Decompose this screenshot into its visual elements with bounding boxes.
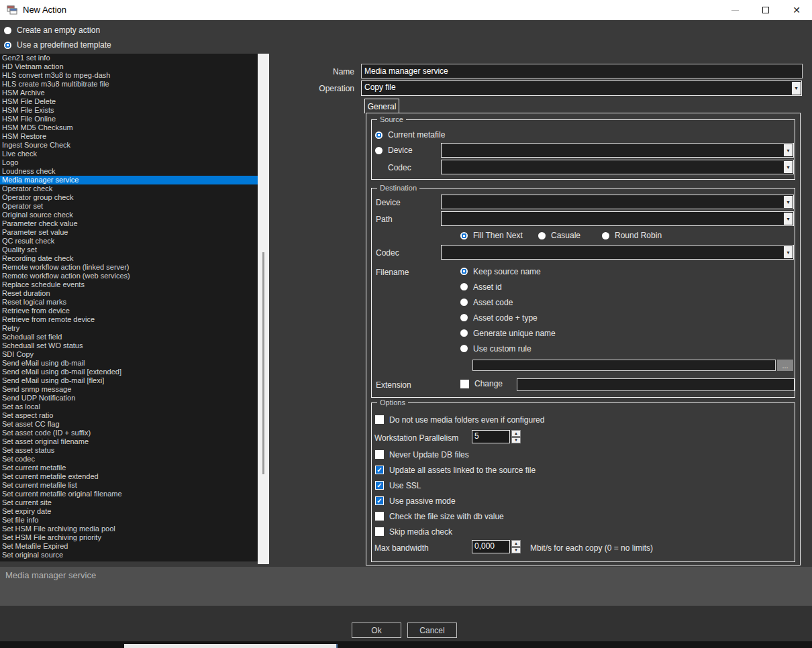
scrollbar-thumb[interactable] bbox=[262, 252, 264, 474]
list-item[interactable]: Quality set bbox=[0, 246, 258, 254]
minimize-button[interactable] bbox=[719, 0, 750, 20]
filename-option[interactable]: Asset id bbox=[460, 279, 556, 294]
list-item[interactable]: Set asset status bbox=[0, 446, 258, 455]
list-item[interactable]: Ingest Source Check bbox=[0, 141, 258, 150]
list-item[interactable]: Scheduall set field bbox=[0, 333, 258, 341]
dest-path-combobox[interactable] bbox=[441, 211, 794, 226]
radio-icon[interactable] bbox=[460, 268, 468, 275]
option-checkbox[interactable]: Do not use media folders even if configu… bbox=[375, 412, 544, 427]
list-item[interactable]: Set current metafile bbox=[0, 464, 258, 472]
radio-icon[interactable] bbox=[460, 283, 468, 290]
list-item[interactable]: Remote workflow action (web services) bbox=[0, 272, 258, 280]
list-item[interactable]: Send eMail using db-mail [extended] bbox=[0, 368, 258, 376]
list-item[interactable]: Set file info bbox=[0, 516, 258, 525]
radio-icon[interactable] bbox=[375, 131, 383, 139]
dest-device-combobox[interactable] bbox=[441, 195, 794, 209]
radio-icon[interactable] bbox=[460, 232, 468, 239]
source-current-metafile-option[interactable]: Current metafile bbox=[375, 130, 445, 140]
spin-down-icon[interactable]: ▼ bbox=[511, 547, 521, 554]
list-item[interactable]: Retry bbox=[0, 324, 258, 333]
radio-icon[interactable] bbox=[4, 27, 11, 34]
list-item[interactable]: Send eMail using db-mail [flexi] bbox=[0, 376, 258, 385]
bandwidth-input[interactable]: 0,000 bbox=[472, 540, 510, 553]
option-checkbox[interactable]: Use passive mode bbox=[375, 493, 536, 508]
list-item[interactable]: Set current metafile extended bbox=[0, 472, 258, 481]
list-item[interactable]: Set original source bbox=[0, 551, 258, 559]
list-item[interactable]: Send UDP Notification bbox=[0, 394, 258, 402]
source-device-option[interactable]: Device bbox=[375, 146, 413, 155]
option-checkbox[interactable]: Never Update DB files bbox=[375, 447, 536, 462]
list-item[interactable]: Set aspect ratio bbox=[0, 411, 258, 420]
filename-option[interactable]: Generate unique name bbox=[460, 325, 556, 341]
list-item[interactable]: HLS create m3u8 multibitrate file bbox=[0, 80, 258, 89]
list-item[interactable]: Operator set bbox=[0, 202, 258, 211]
filename-option[interactable]: Asset code + type bbox=[460, 310, 556, 325]
cancel-button[interactable]: Cancel bbox=[407, 623, 457, 638]
list-item[interactable]: Operator group check bbox=[0, 193, 258, 202]
option-checkbox[interactable]: Skip media check bbox=[375, 524, 536, 539]
list-item[interactable]: Retrieve from device bbox=[0, 307, 258, 315]
list-item[interactable]: Reset logical marks bbox=[0, 298, 258, 307]
dropdown-arrow-icon[interactable] bbox=[784, 144, 793, 156]
list-item[interactable]: Set expiry date bbox=[0, 507, 258, 516]
option-checkbox[interactable]: Check the file size with db value bbox=[375, 508, 536, 524]
parallelism-input[interactable]: 5 bbox=[472, 430, 510, 443]
list-item[interactable]: HSM MD5 Checksum bbox=[0, 123, 258, 132]
checkbox-icon[interactable] bbox=[375, 527, 384, 536]
list-item[interactable]: Remote workflow action (linked server) bbox=[0, 263, 258, 272]
list-item[interactable]: Operator check bbox=[0, 184, 258, 193]
list-item[interactable]: SDI Copy bbox=[0, 350, 258, 359]
list-item[interactable]: Set asset original filename bbox=[0, 437, 258, 446]
maximize-button[interactable] bbox=[750, 0, 781, 20]
list-item[interactable]: Replace schedule events bbox=[0, 280, 258, 289]
tab-general[interactable]: General bbox=[364, 99, 399, 113]
ok-button[interactable]: Ok bbox=[352, 623, 401, 638]
option-checkbox[interactable]: Use SSL bbox=[375, 478, 536, 493]
list-item[interactable]: HSM File Exists bbox=[0, 106, 258, 115]
checkbox-icon[interactable] bbox=[375, 496, 384, 505]
list-item[interactable]: Logo bbox=[0, 158, 258, 167]
list-item[interactable]: Recording date check bbox=[0, 254, 258, 263]
spin-up-icon[interactable]: ▲ bbox=[511, 430, 521, 437]
spin-down-icon[interactable]: ▼ bbox=[511, 437, 521, 444]
list-item[interactable]: HSM Restore bbox=[0, 132, 258, 141]
filename-option[interactable]: Use custom rule bbox=[460, 341, 556, 356]
extension-change-option[interactable]: Change bbox=[460, 379, 503, 388]
extension-input[interactable] bbox=[517, 378, 795, 391]
fill-option[interactable]: Round Robin bbox=[602, 229, 662, 241]
checkbox-icon[interactable] bbox=[375, 466, 384, 474]
radio-icon[interactable] bbox=[375, 147, 383, 154]
list-item[interactable]: Set asset code (ID + suffix) bbox=[0, 429, 258, 437]
list-item[interactable]: Parameter check value bbox=[0, 219, 258, 228]
dropdown-arrow-icon[interactable] bbox=[784, 213, 793, 225]
list-item[interactable]: Set codec bbox=[0, 455, 258, 464]
list-item[interactable]: HSM File Online bbox=[0, 115, 258, 123]
checkbox-icon[interactable] bbox=[375, 450, 384, 459]
list-item[interactable]: Send snmp message bbox=[0, 385, 258, 394]
list-item[interactable]: Set as local bbox=[0, 402, 258, 411]
filename-option[interactable]: Keep source name bbox=[460, 264, 556, 279]
radio-icon[interactable] bbox=[460, 345, 468, 352]
list-item[interactable]: Loudness check bbox=[0, 167, 258, 176]
radio-icon[interactable] bbox=[538, 232, 546, 239]
operation-combobox[interactable]: Copy file bbox=[361, 80, 802, 96]
list-item[interactable]: Set Metafile Expired bbox=[0, 542, 258, 551]
list-item[interactable]: Reset duration bbox=[0, 289, 258, 298]
list-item[interactable]: Set asset CC flag bbox=[0, 420, 258, 429]
list-item[interactable]: Send eMail using db-mail bbox=[0, 359, 258, 368]
list-scrollbar[interactable] bbox=[258, 54, 269, 564]
source-codec-combobox[interactable] bbox=[441, 160, 794, 174]
list-item[interactable]: Media manager service bbox=[0, 176, 258, 184]
list-item[interactable]: Set current site bbox=[0, 498, 258, 507]
list-item[interactable]: Parameter set value bbox=[0, 228, 258, 237]
mode-option[interactable]: Use a predefined template bbox=[4, 38, 111, 52]
checkbox-icon[interactable] bbox=[375, 512, 384, 521]
custom-rule-input[interactable] bbox=[472, 360, 776, 371]
checkbox-icon[interactable] bbox=[375, 415, 384, 424]
list-item[interactable]: Live check bbox=[0, 150, 258, 158]
list-item[interactable]: Retrieve from remote device bbox=[0, 315, 258, 324]
dropdown-arrow-icon[interactable] bbox=[792, 82, 801, 95]
dropdown-arrow-icon[interactable] bbox=[784, 196, 793, 208]
list-item[interactable]: Set HSM File archiving media pool bbox=[0, 525, 258, 533]
template-list[interactable]: Gen21 set infoHD Vietnam actionHLS conve… bbox=[0, 54, 258, 561]
